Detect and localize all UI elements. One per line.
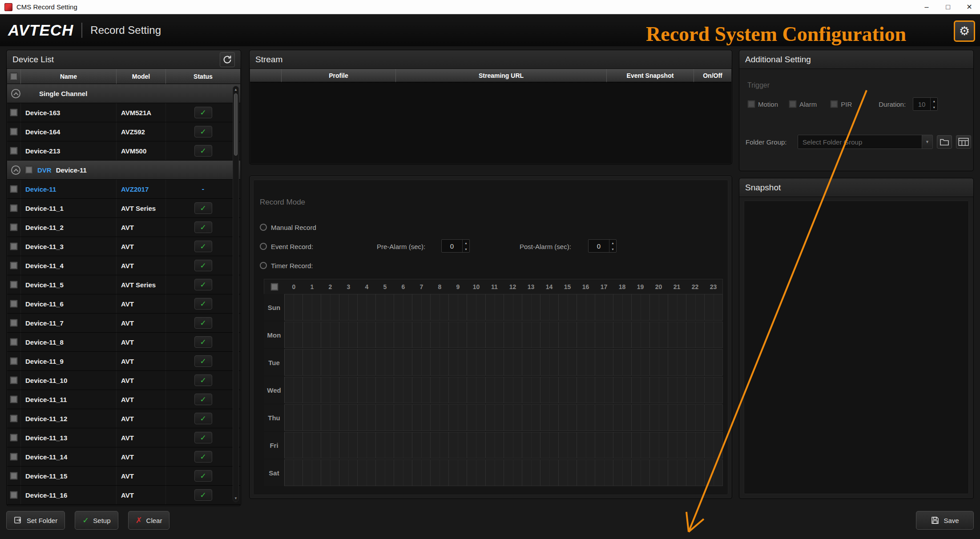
device-checkbox[interactable] (10, 300, 18, 308)
device-checkbox[interactable] (10, 357, 18, 365)
timer-cell[interactable] (375, 460, 394, 486)
timer-cell[interactable] (649, 322, 668, 348)
timer-cell[interactable] (485, 377, 504, 403)
device-checkbox[interactable] (10, 128, 18, 136)
column-profile[interactable]: Profile (281, 69, 395, 82)
device-row[interactable]: Device-11_8AVT✓ (7, 333, 240, 352)
timer-cell[interactable] (485, 294, 504, 320)
close-icon[interactable]: ✕ (959, 0, 980, 14)
timer-cell[interactable] (485, 432, 504, 458)
device-checkbox[interactable] (10, 109, 18, 117)
timer-cell[interactable] (558, 350, 577, 375)
timer-cell[interactable] (485, 405, 504, 430)
column-status[interactable]: Status (165, 69, 240, 84)
group-checkbox[interactable] (25, 166, 33, 174)
timer-cell[interactable] (285, 432, 302, 458)
device-row[interactable]: Device-11_15AVT✓ (7, 467, 240, 486)
device-row[interactable]: Device-11_3AVT✓ (7, 237, 240, 256)
device-checkbox[interactable] (10, 395, 18, 403)
timer-cell[interactable] (467, 294, 485, 320)
timer-cell[interactable] (430, 377, 448, 403)
timer-cell[interactable] (448, 322, 467, 348)
timer-cell[interactable] (302, 350, 321, 375)
device-checkbox[interactable] (10, 376, 18, 384)
timer-cell[interactable] (285, 460, 302, 486)
timer-cell[interactable] (686, 432, 704, 458)
timer-cell[interactable] (339, 322, 357, 348)
timer-cell[interactable] (704, 322, 722, 348)
timer-cell[interactable] (285, 322, 302, 348)
timer-cell[interactable] (394, 432, 412, 458)
timer-cell[interactable] (357, 405, 375, 430)
device-checkbox[interactable] (10, 414, 18, 422)
timer-cell[interactable] (686, 350, 704, 375)
column-event-snapshot[interactable]: Event Snapshot (606, 69, 694, 82)
timer-cell[interactable] (357, 322, 375, 348)
timer-cell[interactable] (504, 460, 522, 486)
timer-cell[interactable] (412, 350, 430, 375)
device-list-scrollbar[interactable]: ▲ ▼ (233, 86, 239, 502)
device-row[interactable]: Device-163AVM521A✓ (7, 103, 240, 122)
timer-cell[interactable] (321, 460, 339, 486)
timer-cell[interactable] (613, 322, 631, 348)
timer-cell[interactable] (704, 350, 722, 375)
minimize-icon[interactable]: – (916, 0, 937, 14)
device-group-row[interactable]: DVRDevice-11 (7, 161, 240, 180)
timer-cell[interactable] (339, 377, 357, 403)
spin-up-icon[interactable]: ▲ (609, 240, 616, 246)
timer-cell[interactable] (412, 294, 430, 320)
scroll-up-icon[interactable]: ▲ (233, 88, 238, 92)
timer-cell[interactable] (394, 350, 412, 375)
device-checkbox[interactable] (10, 281, 18, 289)
timer-cell[interactable] (613, 350, 631, 375)
device-checkbox[interactable] (10, 147, 18, 155)
timer-cell[interactable] (631, 294, 649, 320)
timer-cell[interactable] (448, 460, 467, 486)
timer-cell[interactable] (558, 460, 577, 486)
timer-cell[interactable] (595, 294, 613, 320)
device-row[interactable]: Device-11_13AVT✓ (7, 428, 240, 447)
timer-cell[interactable] (522, 377, 540, 403)
timer-cell[interactable] (375, 294, 394, 320)
device-row[interactable]: Device-11_9AVT✓ (7, 352, 240, 371)
timer-select-all-checkbox[interactable] (270, 283, 278, 291)
timer-cell[interactable] (302, 322, 321, 348)
device-checkbox[interactable] (10, 223, 18, 231)
timer-cell[interactable] (339, 432, 357, 458)
dropdown-arrow-icon[interactable]: ▼ (922, 135, 932, 149)
timer-cell[interactable] (649, 405, 668, 430)
timer-cell[interactable] (321, 294, 339, 320)
timer-cell[interactable] (357, 432, 375, 458)
timer-cell[interactable] (448, 432, 467, 458)
column-name[interactable]: Name (20, 69, 116, 84)
timer-cell[interactable] (577, 432, 595, 458)
timer-cell[interactable] (430, 460, 448, 486)
timer-cell[interactable] (504, 377, 522, 403)
timer-cell[interactable] (558, 405, 577, 430)
timer-cell[interactable] (485, 350, 504, 375)
timer-cell[interactable] (302, 432, 321, 458)
timer-cell[interactable] (540, 377, 558, 403)
timer-cell[interactable] (704, 432, 722, 458)
timer-cell[interactable] (704, 460, 722, 486)
timer-cell[interactable] (595, 405, 613, 430)
duration-spinner[interactable]: 10 ▲▼ (913, 97, 938, 111)
device-row[interactable]: Device-11_4AVT✓ (7, 256, 240, 275)
timer-cell[interactable] (649, 432, 668, 458)
timer-cell[interactable] (412, 460, 430, 486)
timer-cell[interactable] (339, 405, 357, 430)
timer-cell[interactable] (631, 377, 649, 403)
device-checkbox[interactable] (10, 472, 18, 480)
timer-cell[interactable] (668, 350, 686, 375)
device-group-row[interactable]: Single Channel (7, 84, 240, 103)
device-row[interactable]: Device-11_6AVT✓ (7, 294, 240, 314)
timer-cell[interactable] (339, 294, 357, 320)
collapse-icon[interactable] (11, 89, 20, 98)
timer-cell[interactable] (668, 432, 686, 458)
timer-cell[interactable] (302, 377, 321, 403)
timer-cell[interactable] (375, 405, 394, 430)
timer-cell[interactable] (558, 322, 577, 348)
spin-down-icon[interactable]: ▼ (931, 104, 937, 110)
timer-cell[interactable] (375, 350, 394, 375)
timer-cell[interactable] (595, 350, 613, 375)
